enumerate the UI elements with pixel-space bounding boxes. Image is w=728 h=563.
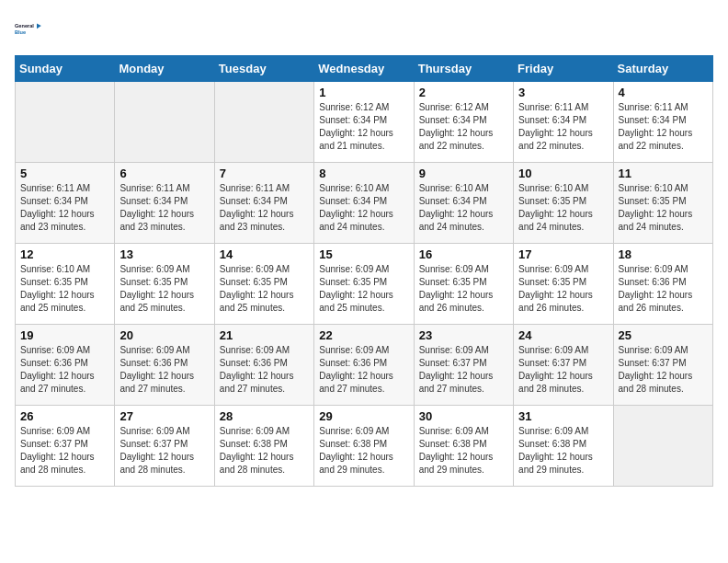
day-number: 25 [619, 328, 708, 342]
day-number: 21 [220, 328, 309, 342]
calendar-cell: 26Sunrise: 6:09 AM Sunset: 6:37 PM Dayli… [16, 406, 115, 487]
svg-text:Blue: Blue [15, 29, 26, 35]
day-info: Sunrise: 6:09 AM Sunset: 6:36 PM Dayligh… [20, 344, 109, 396]
day-info: Sunrise: 6:09 AM Sunset: 6:37 PM Dayligh… [518, 344, 608, 396]
day-number: 24 [518, 328, 608, 342]
day-header: Monday [115, 56, 214, 82]
day-number: 8 [319, 167, 408, 180]
calendar-cell: 18Sunrise: 6:09 AM Sunset: 6:36 PM Dayli… [613, 244, 712, 325]
day-info: Sunrise: 6:11 AM Sunset: 6:34 PM Dayligh… [518, 101, 608, 153]
calendar-cell: 30Sunrise: 6:09 AM Sunset: 6:38 PM Dayli… [414, 406, 513, 487]
calendar-cell: 2Sunrise: 6:12 AM Sunset: 6:34 PM Daylig… [414, 82, 513, 163]
calendar-week-row: 19Sunrise: 6:09 AM Sunset: 6:36 PM Dayli… [16, 325, 713, 406]
day-info: Sunrise: 6:09 AM Sunset: 6:38 PM Dayligh… [319, 425, 408, 477]
calendar-cell: 6Sunrise: 6:11 AM Sunset: 6:34 PM Daylig… [115, 163, 214, 244]
calendar-cell: 27Sunrise: 6:09 AM Sunset: 6:37 PM Dayli… [115, 406, 214, 487]
logo-icon: GeneralBlue [15, 15, 44, 44]
day-number: 11 [619, 167, 708, 180]
calendar-cell: 13Sunrise: 6:09 AM Sunset: 6:35 PM Dayli… [115, 244, 214, 325]
day-info: Sunrise: 6:10 AM Sunset: 6:34 PM Dayligh… [419, 182, 508, 234]
calendar-cell: 9Sunrise: 6:10 AM Sunset: 6:34 PM Daylig… [414, 163, 513, 244]
calendar-cell: 11Sunrise: 6:10 AM Sunset: 6:35 PM Dayli… [613, 163, 712, 244]
day-info: Sunrise: 6:11 AM Sunset: 6:34 PM Dayligh… [20, 182, 109, 234]
day-number: 1 [319, 86, 408, 99]
calendar-week-row: 26Sunrise: 6:09 AM Sunset: 6:37 PM Dayli… [16, 406, 713, 487]
calendar-cell: 12Sunrise: 6:10 AM Sunset: 6:35 PM Dayli… [16, 244, 115, 325]
day-number: 15 [319, 247, 408, 261]
day-info: Sunrise: 6:10 AM Sunset: 6:35 PM Dayligh… [619, 182, 708, 234]
day-info: Sunrise: 6:09 AM Sunset: 6:38 PM Dayligh… [419, 425, 508, 477]
day-number: 19 [20, 328, 109, 342]
day-number: 30 [419, 409, 508, 423]
day-header: Saturday [613, 56, 712, 82]
day-info: Sunrise: 6:09 AM Sunset: 6:35 PM Dayligh… [419, 263, 508, 315]
day-number: 16 [419, 247, 508, 261]
day-info: Sunrise: 6:09 AM Sunset: 6:38 PM Dayligh… [220, 425, 309, 477]
header-row: SundayMondayTuesdayWednesdayThursdayFrid… [16, 56, 713, 82]
calendar-cell: 31Sunrise: 6:09 AM Sunset: 6:38 PM Dayli… [514, 406, 613, 487]
day-number: 6 [119, 167, 209, 180]
day-header: Thursday [414, 56, 513, 82]
calendar-cell: 17Sunrise: 6:09 AM Sunset: 6:35 PM Dayli… [514, 244, 613, 325]
page-header: GeneralBlue [15, 15, 713, 44]
day-number: 31 [518, 409, 608, 423]
calendar-cell: 3Sunrise: 6:11 AM Sunset: 6:34 PM Daylig… [514, 82, 613, 163]
day-number: 26 [20, 409, 109, 423]
calendar-cell: 1Sunrise: 6:12 AM Sunset: 6:34 PM Daylig… [314, 82, 414, 163]
day-info: Sunrise: 6:09 AM Sunset: 6:38 PM Dayligh… [518, 425, 608, 477]
day-info: Sunrise: 6:09 AM Sunset: 6:35 PM Dayligh… [518, 263, 608, 315]
calendar-cell: 20Sunrise: 6:09 AM Sunset: 6:36 PM Dayli… [115, 325, 214, 406]
day-number: 10 [518, 167, 608, 180]
calendar-cell: 8Sunrise: 6:10 AM Sunset: 6:34 PM Daylig… [314, 163, 414, 244]
day-header: Sunday [16, 56, 115, 82]
day-number: 13 [119, 247, 209, 261]
day-number: 29 [319, 409, 408, 423]
calendar-cell: 14Sunrise: 6:09 AM Sunset: 6:35 PM Dayli… [214, 244, 313, 325]
calendar-week-row: 1Sunrise: 6:12 AM Sunset: 6:34 PM Daylig… [16, 82, 713, 163]
day-number: 4 [619, 86, 708, 99]
day-number: 20 [119, 328, 209, 342]
calendar-cell [214, 82, 313, 163]
day-info: Sunrise: 6:09 AM Sunset: 6:37 PM Dayligh… [619, 344, 708, 396]
calendar-cell: 28Sunrise: 6:09 AM Sunset: 6:38 PM Dayli… [214, 406, 313, 487]
calendar-cell: 22Sunrise: 6:09 AM Sunset: 6:36 PM Dayli… [314, 325, 414, 406]
svg-text:General: General [15, 23, 34, 29]
day-info: Sunrise: 6:09 AM Sunset: 6:36 PM Dayligh… [619, 263, 708, 315]
calendar-cell [16, 82, 115, 163]
day-info: Sunrise: 6:09 AM Sunset: 6:37 PM Dayligh… [119, 425, 209, 477]
calendar-cell: 21Sunrise: 6:09 AM Sunset: 6:36 PM Dayli… [214, 325, 313, 406]
day-info: Sunrise: 6:12 AM Sunset: 6:34 PM Dayligh… [419, 101, 508, 153]
day-info: Sunrise: 6:09 AM Sunset: 6:35 PM Dayligh… [119, 263, 209, 315]
calendar-cell: 7Sunrise: 6:11 AM Sunset: 6:34 PM Daylig… [214, 163, 313, 244]
day-info: Sunrise: 6:10 AM Sunset: 6:35 PM Dayligh… [518, 182, 608, 234]
calendar-week-row: 12Sunrise: 6:10 AM Sunset: 6:35 PM Dayli… [16, 244, 713, 325]
day-info: Sunrise: 6:09 AM Sunset: 6:35 PM Dayligh… [319, 263, 408, 315]
calendar-cell: 19Sunrise: 6:09 AM Sunset: 6:36 PM Dayli… [16, 325, 115, 406]
calendar-cell: 15Sunrise: 6:09 AM Sunset: 6:35 PM Dayli… [314, 244, 414, 325]
logo: GeneralBlue [15, 15, 44, 44]
calendar-cell [613, 406, 712, 487]
day-number: 14 [220, 247, 309, 261]
calendar-cell: 10Sunrise: 6:10 AM Sunset: 6:35 PM Dayli… [514, 163, 613, 244]
day-header: Wednesday [314, 56, 414, 82]
calendar-week-row: 5Sunrise: 6:11 AM Sunset: 6:34 PM Daylig… [16, 163, 713, 244]
day-info: Sunrise: 6:09 AM Sunset: 6:37 PM Dayligh… [419, 344, 508, 396]
day-info: Sunrise: 6:09 AM Sunset: 6:35 PM Dayligh… [220, 263, 309, 315]
day-info: Sunrise: 6:11 AM Sunset: 6:34 PM Dayligh… [119, 182, 209, 234]
day-number: 27 [119, 409, 209, 423]
day-info: Sunrise: 6:09 AM Sunset: 6:37 PM Dayligh… [20, 425, 109, 477]
calendar-cell: 23Sunrise: 6:09 AM Sunset: 6:37 PM Dayli… [414, 325, 513, 406]
day-info: Sunrise: 6:12 AM Sunset: 6:34 PM Dayligh… [319, 101, 408, 153]
day-number: 23 [419, 328, 508, 342]
day-number: 2 [419, 86, 508, 99]
svg-marker-2 [37, 24, 41, 29]
day-info: Sunrise: 6:09 AM Sunset: 6:36 PM Dayligh… [319, 344, 408, 396]
day-number: 12 [20, 247, 109, 261]
calendar-cell: 4Sunrise: 6:11 AM Sunset: 6:34 PM Daylig… [613, 82, 712, 163]
day-number: 7 [220, 167, 309, 180]
calendar-cell: 16Sunrise: 6:09 AM Sunset: 6:35 PM Dayli… [414, 244, 513, 325]
calendar-cell: 25Sunrise: 6:09 AM Sunset: 6:37 PM Dayli… [613, 325, 712, 406]
day-number: 18 [619, 247, 708, 261]
day-header: Tuesday [214, 56, 313, 82]
day-number: 22 [319, 328, 408, 342]
